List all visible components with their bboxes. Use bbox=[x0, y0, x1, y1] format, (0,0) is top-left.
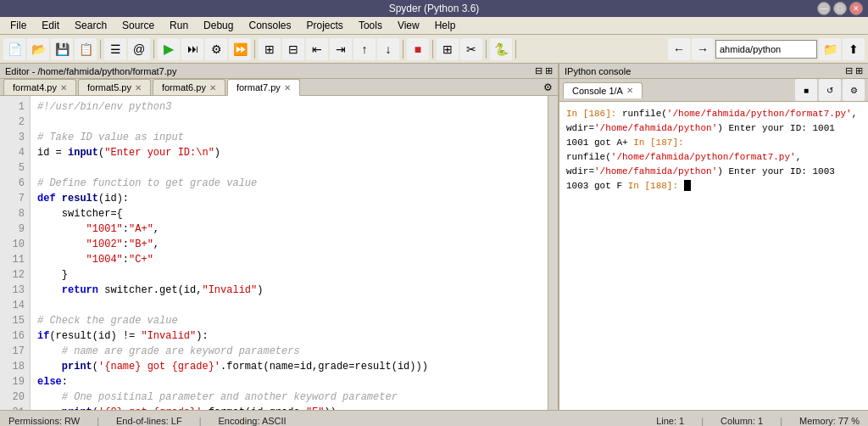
list-button[interactable]: ☰ bbox=[104, 38, 126, 60]
code-area[interactable]: 123456789101112131415161718192021 #!/usr… bbox=[0, 96, 558, 410]
tab-format7[interactable]: format7.py ✕ bbox=[227, 79, 300, 96]
status-line: Line: 1 bbox=[656, 416, 684, 426]
console-tab-label: Console 1/A bbox=[572, 86, 623, 96]
status-memory: Memory: 77 % bbox=[799, 416, 860, 426]
up-dir-button[interactable]: ⬆ bbox=[843, 38, 865, 60]
tab-format7-label: format7.py bbox=[236, 82, 281, 92]
run-button[interactable]: ▶ bbox=[158, 38, 180, 60]
new-file-button[interactable]: 📄 bbox=[3, 38, 25, 60]
editor-panel: Editor - /home/fahmida/python/format7.py… bbox=[0, 64, 559, 410]
cell-run-button[interactable]: ⊞ bbox=[259, 38, 281, 60]
menu-run[interactable]: Run bbox=[163, 18, 195, 33]
console-output[interactable]: In [186]: runfile('/home/fahmida/python/… bbox=[559, 102, 868, 410]
tab-format4-label: format4.py bbox=[13, 82, 57, 92]
status-eol: End-of-lines: LF bbox=[116, 416, 182, 426]
path-input[interactable] bbox=[715, 40, 817, 59]
status-encoding: Encoding: ASCII bbox=[219, 416, 287, 426]
tab-format4[interactable]: format4.py ✕ bbox=[3, 79, 76, 95]
console-cursor bbox=[684, 180, 691, 191]
console-title: IPython console bbox=[565, 66, 631, 76]
toolbar-sep-6 bbox=[486, 40, 487, 59]
save-file-button[interactable]: 💾 bbox=[51, 38, 73, 60]
menu-file[interactable]: File bbox=[3, 18, 33, 33]
stop-button[interactable]: ■ bbox=[407, 38, 429, 60]
menu-tools[interactable]: Tools bbox=[352, 18, 389, 33]
console-tab-1[interactable]: Console 1/A ✕ bbox=[563, 82, 643, 98]
run-file-button[interactable]: ⏭ bbox=[181, 38, 203, 60]
menu-projects[interactable]: Projects bbox=[300, 18, 350, 33]
minimize-button[interactable]: — bbox=[817, 2, 831, 15]
back-button[interactable]: ← bbox=[668, 38, 690, 60]
find-button[interactable]: ⊞ bbox=[437, 38, 459, 60]
cell-next-button[interactable]: ⊟ bbox=[282, 38, 304, 60]
menu-search[interactable]: Search bbox=[68, 18, 114, 33]
toolbar-sep-4 bbox=[403, 40, 403, 59]
prev-warn-button[interactable]: ⇤ bbox=[306, 38, 328, 60]
next-warn-button[interactable]: ⇥ bbox=[330, 38, 352, 60]
console-restart-button[interactable]: ↺ bbox=[819, 79, 841, 101]
title-bar: Spyder (Python 3.6) — □ ✕ bbox=[0, 0, 868, 17]
run-step-button[interactable]: ⏩ bbox=[229, 38, 251, 60]
editor-settings-icon[interactable]: ⚙ bbox=[538, 80, 558, 95]
python-button[interactable]: 🐍 bbox=[490, 38, 512, 60]
console-panel-collapse[interactable]: ⊟ bbox=[845, 65, 853, 76]
console-tabs: Console 1/A ✕ ■ ↺ ⚙ bbox=[559, 79, 868, 102]
console-options-button[interactable]: ⚙ bbox=[843, 79, 865, 101]
maximize-button[interactable]: □ bbox=[833, 2, 847, 15]
run-config-button[interactable]: ⚙ bbox=[205, 38, 227, 60]
status-permissions: Permissions: RW bbox=[8, 416, 80, 426]
save-as-button[interactable]: 📋 bbox=[75, 38, 97, 60]
toolbar-sep-7 bbox=[515, 40, 516, 59]
editor-tabs: format4.py ✕ format5.py ✕ format6.py ✕ f… bbox=[0, 79, 558, 96]
console-panel-expand[interactable]: ⊞ bbox=[855, 65, 863, 76]
toolbar-sep-1 bbox=[100, 40, 101, 59]
address-bar: ← → 📁 ⬆ bbox=[668, 38, 865, 60]
toolbar-sep-3 bbox=[254, 40, 255, 59]
open-file-button[interactable]: 📂 bbox=[27, 38, 49, 60]
editor-scrollbar[interactable] bbox=[548, 96, 558, 410]
main-area: Editor - /home/fahmida/python/format7.py… bbox=[0, 64, 868, 410]
tab-format5-close[interactable]: ✕ bbox=[135, 83, 142, 92]
console-header: IPython console ⊟ ⊞ bbox=[559, 64, 868, 79]
toolbar: 📄 📂 💾 📋 ☰ @ ▶ ⏭ ⚙ ⏩ ⊞ ⊟ ⇤ ⇥ ↑ ↓ ■ ⊞ ✂ 🐍 … bbox=[0, 35, 868, 64]
console-interrupt-button[interactable]: ■ bbox=[795, 79, 817, 101]
window-title: Spyder (Python 3.6) bbox=[389, 3, 480, 14]
menu-consoles[interactable]: Consoles bbox=[242, 18, 298, 33]
editor-header: Editor - /home/fahmida/python/format7.py… bbox=[0, 64, 558, 79]
close-button[interactable]: ✕ bbox=[849, 2, 863, 15]
tab-format7-close[interactable]: ✕ bbox=[284, 83, 291, 92]
line-numbers: 123456789101112131415161718192021 bbox=[0, 96, 31, 410]
tools-button[interactable]: ✂ bbox=[460, 38, 482, 60]
menu-bar: File Edit Search Source Run Debug Consol… bbox=[0, 17, 868, 35]
menu-edit[interactable]: Edit bbox=[35, 18, 66, 33]
status-col: Column: 1 bbox=[721, 416, 763, 426]
console-tab-close[interactable]: ✕ bbox=[626, 86, 633, 95]
at-button[interactable]: @ bbox=[128, 38, 150, 60]
toolbar-sep-2 bbox=[153, 40, 154, 59]
console-panel: IPython console ⊟ ⊞ Console 1/A ✕ ■ ↺ ⚙ … bbox=[559, 64, 868, 410]
tab-format4-close[interactable]: ✕ bbox=[60, 83, 67, 92]
editor-title: Editor - /home/fahmida/python/format7.py bbox=[5, 66, 176, 76]
forward-button[interactable]: → bbox=[692, 38, 714, 60]
editor-panel-expand[interactable]: ⊞ bbox=[545, 65, 553, 76]
toolbar-sep-5 bbox=[432, 40, 433, 59]
menu-source[interactable]: Source bbox=[115, 18, 161, 33]
tab-format5[interactable]: format5.py ✕ bbox=[78, 79, 151, 95]
status-bar: Permissions: RW | End-of-lines: LF | Enc… bbox=[0, 410, 868, 426]
tab-format6-label: format6.py bbox=[162, 82, 206, 92]
up-arrow-button[interactable]: ↑ bbox=[353, 38, 376, 60]
code-content[interactable]: #!/usr/bin/env python3 # Take ID value a… bbox=[31, 96, 548, 410]
menu-help[interactable]: Help bbox=[428, 18, 463, 33]
menu-debug[interactable]: Debug bbox=[197, 18, 240, 33]
tab-format6[interactable]: format6.py ✕ bbox=[153, 79, 225, 95]
console-toolbar: ■ ↺ ⚙ bbox=[795, 79, 868, 101]
menu-view[interactable]: View bbox=[391, 18, 426, 33]
browse-button[interactable]: 📁 bbox=[819, 38, 841, 60]
tab-format6-close[interactable]: ✕ bbox=[209, 83, 216, 92]
editor-panel-collapse[interactable]: ⊟ bbox=[535, 65, 542, 76]
tab-format5-label: format5.py bbox=[87, 82, 131, 92]
down-arrow-button[interactable]: ↓ bbox=[377, 38, 399, 60]
